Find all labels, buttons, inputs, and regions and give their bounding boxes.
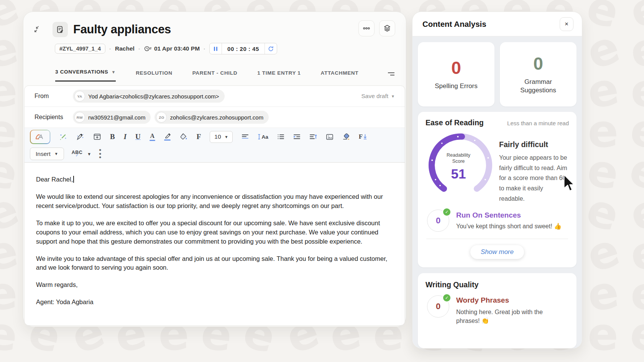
chevron-down-icon: ▼ [54,152,58,156]
grammar-suggestions-label: Grammar Suggestions [509,78,567,95]
writing-quality-title: Writing Quality [426,280,569,289]
recipient-pill[interactable]: ZO zoholics@zylcares.zohosupport.com [154,111,269,124]
tab-attachment[interactable]: ATTACHMENT [321,70,359,82]
secondary-toolbar: Insert ▼ ABC ✓ ▼ ••• [25,146,405,162]
separator-dot: · [204,46,205,52]
highlight-color-button[interactable] [164,133,171,141]
created-time: 01 Apr 03:40 PM [144,45,200,52]
readability-description: Your piece appears to be fairly difficul… [499,153,569,204]
body-paragraph: Agent: Yoda Agbaria [36,298,393,307]
insert-menu-button[interactable]: Insert ▼ [30,147,64,160]
contact-name[interactable]: Rachel [115,45,135,52]
run-on-sentences-link[interactable]: Run On Sentences [456,211,562,219]
readability-score-value: 51 [426,166,491,182]
tab-parent-child[interactable]: PARENT - CHILD [192,70,238,82]
grammar-suggestions-count: 0 [533,54,543,74]
from-label: From [34,93,73,100]
collapse-icon[interactable] [33,25,42,33]
tab-resolution[interactable]: RESOLUTION [136,70,172,82]
wordy-phrases-item: 0 ✓ Wordy Phrases Nothing here. Great jo… [426,295,569,325]
zia-assistant-button[interactable] [30,130,50,144]
edit-ticket-icon[interactable] [53,22,68,37]
toolbar-overflow-icon[interactable]: ••• [99,148,101,159]
indent-icon[interactable] [293,134,301,140]
spelling-errors-count: 0 [451,58,461,78]
formatting-toolbar: B I U A [25,128,405,146]
text-case-icon[interactable]: Aa [258,134,268,140]
close-button[interactable]: × [560,17,573,31]
recipients-label: Recipients [34,114,73,121]
underline-button[interactable]: U [135,133,141,141]
avatar: ZO [156,112,167,123]
bullet-list-icon[interactable] [277,134,284,140]
check-icon: ✓ [442,208,451,216]
from-row: From YA Yod Agbaria<zoholics@zylcares.zo… [25,86,405,107]
more-options-button[interactable] [358,20,375,36]
insert-image-icon[interactable] [326,134,334,140]
spelling-errors-label: Spelling Errors [435,82,478,90]
body-paragraph: Warm regards, [36,280,393,290]
ease-of-reading-card: Ease of Reading Less than a minute read [418,112,577,267]
tab-conversations[interactable]: 3 CONVERSATIONS▼ [55,69,116,82]
clock-icon [144,45,152,52]
panel-body: 0 Spelling Errors 0 Grammar Suggestions … [412,36,582,348]
body-paragraph: Dear Rachel, [36,175,393,184]
font-family-button[interactable]: F [197,133,201,141]
bold-button[interactable]: B [110,133,115,141]
font-color-button[interactable]: A [150,133,155,141]
magic-wand-icon[interactable] [59,133,67,141]
body-paragraph: We would like to extend our sincerest ap… [36,192,393,211]
email-body-editor[interactable]: Dear Rachel,We would like to extend our … [25,163,405,326]
wordy-phrases-message: Nothing here. Great job with the phrases… [456,308,556,325]
content-analysis-panel: Content Analysis × 0 Spelling Errors 0 G… [412,11,582,349]
readability-gauge: Readability Score 51 [426,130,495,196]
insert-field-icon[interactable]: F [359,133,367,141]
spellcheck-button[interactable]: ABC ✓ ▼ [72,150,91,158]
ai-writer-icon[interactable] [76,133,84,141]
template-icon[interactable] [93,133,101,141]
tab-time-entry[interactable]: 1 TIME ENTRY 1 [257,70,301,82]
ticket-tabs: 3 CONVERSATIONS▼ RESOLUTION PARENT - CHI… [55,66,394,82]
separator-dot: · [138,46,140,52]
spelling-errors-card[interactable]: 0 Spelling Errors [418,42,495,106]
recipient-pill[interactable]: RW rw305921@gmail.com [73,111,151,124]
chevron-down-icon: ▼ [112,70,116,74]
panel-title: Content Analysis [422,20,486,29]
avatar: RW [74,112,85,123]
timer-value: 00 : 20 : 45 [222,43,264,54]
chevron-down-icon: ▼ [391,94,395,98]
timer-pause-button[interactable] [210,43,222,54]
ticket-id-badge[interactable]: #ZYL_4997_1_4 [55,44,105,54]
italic-button[interactable]: I [124,133,127,141]
show-more-button[interactable]: Show more [470,245,524,259]
writing-quality-card: Writing Quality 0 ✓ Wordy Phrases Nothin… [418,273,577,348]
align-left-icon[interactable] [242,134,249,140]
separator-dot: · [109,46,111,52]
chevron-down-icon: ▼ [225,135,228,139]
email-compose-box: From YA Yod Agbaria<zoholics@zylcares.zo… [24,85,405,326]
tabs-overflow-icon[interactable] [388,72,394,82]
text-cursor [73,176,74,183]
read-time-label: Less than a minute read [507,120,569,126]
run-on-sentences-item: 0 ✓ Run On Sentences You've kept things … [426,210,569,232]
from-address-pill[interactable]: YA Yod Agbaria<zoholics@zylcares.zohosup… [73,90,225,103]
chevron-down-icon: ▼ [87,152,91,156]
recipients-row: Recipients RW rw305921@gmail.com ZO zoho… [25,107,405,128]
run-on-message: You've kept things short and sweet! 👍 [456,223,562,230]
body-paragraph: To make it up to you, we are excited to … [36,219,393,246]
font-size-select[interactable]: 10 ▼ [210,131,233,143]
ease-of-reading-title: Ease of Reading [426,118,484,127]
check-icon: ✓ [442,293,451,302]
save-draft-button[interactable]: Save draft ▼ [361,93,395,100]
close-icon: × [565,20,568,28]
timer-widget: 00 : 20 : 45 [209,43,277,54]
layers-button[interactable] [379,20,395,36]
wordy-phrases-link[interactable]: Wordy Phrases [456,296,556,305]
fill-color-icon[interactable] [180,133,188,141]
readability-verdict: Fairly difficult [499,140,569,149]
body-paragraph: We invite you to take advantage of this … [36,254,393,273]
eraser-icon[interactable] [342,133,350,140]
grammar-suggestions-card[interactable]: 0 Grammar Suggestions [500,42,577,106]
line-spacing-icon[interactable] [309,134,317,140]
timer-reset-button[interactable] [264,43,277,54]
